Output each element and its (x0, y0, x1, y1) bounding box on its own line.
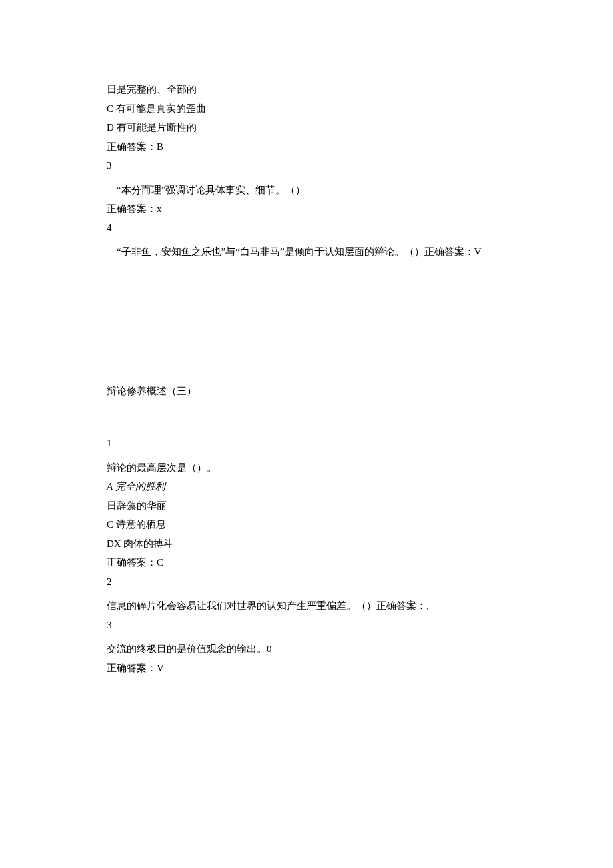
option-b-prev: 日是完整的、全部的 (107, 80, 506, 99)
question-s2-text: 信息的碎片化会容易让我们对世界的认知产生严重偏差。（）正确答案：, (107, 596, 506, 616)
question-number-3: 3 (107, 156, 506, 175)
option-d-prev: D 有可能是片断性的 (107, 118, 506, 137)
answer-3: 正确答案：x (107, 199, 506, 218)
question-s3-text: 交流的终极目的是价值观念的输出。0 (107, 640, 506, 659)
question-number-s2: 2 (107, 572, 506, 592)
document-page: 日是完整的、全部的 C 有可能是真实的歪曲 D 有可能是片断性的 正确答案：B … (0, 0, 613, 868)
question-number-s3: 3 (107, 616, 506, 635)
option-c-s1: C 诗意的栖息 (107, 515, 506, 534)
question-4-text: “子非鱼，安知鱼之乐也”与“白马非马”是倾向于认知层面的辩论。（）正确答案：V (107, 242, 506, 262)
question-number-s1: 1 (107, 434, 506, 453)
option-b-s1: 日辞藻的华丽 (107, 496, 506, 516)
option-c-prev: C 有可能是真实的歪曲 (107, 99, 506, 119)
option-d-s1: DX 肉体的搏斗 (107, 534, 506, 554)
question-number-4: 4 (107, 218, 506, 238)
question-s1-stem: 辩论的最高层次是（）。 (107, 458, 506, 478)
answer-s3: 正确答案：V (107, 659, 506, 678)
answer-s1: 正确答案：C (107, 553, 506, 572)
option-a-s1: A 完全的胜利 (107, 477, 506, 496)
section-title: 辩论修养概述（三） (107, 382, 506, 401)
answer-prev: 正确答案：B (107, 137, 506, 157)
question-3-text: “本分而理”强调讨论具体事实、细节。（） (107, 181, 506, 200)
